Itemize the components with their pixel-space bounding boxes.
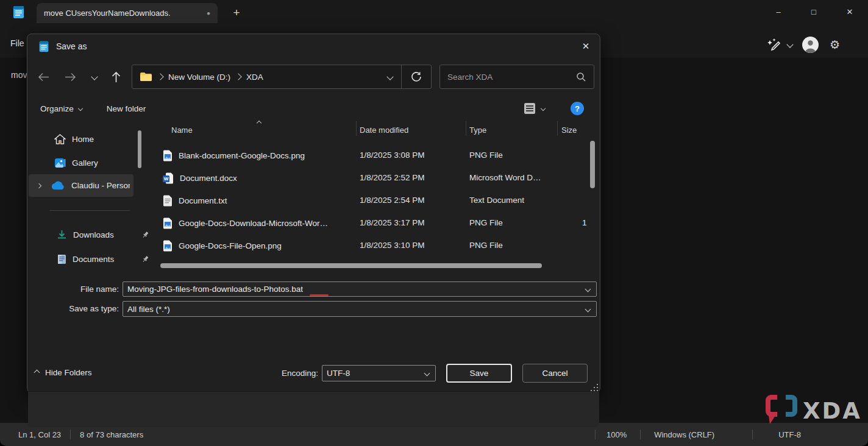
status-encoding: UTF-8 (778, 430, 801, 439)
column-separator[interactable] (356, 121, 357, 136)
file-name: Google-Docs-Download-Microsoft-Wor… (179, 219, 328, 228)
file-name: Document.txt (179, 196, 227, 205)
encoding-combobox[interactable]: UTF-8 (322, 365, 436, 381)
breadcrumb-item-drive[interactable]: New Volume (D:) (168, 73, 230, 82)
address-bar[interactable]: New Volume (D:) XDA (132, 65, 432, 89)
new-tab-button[interactable]: + (227, 4, 246, 22)
notepad-icon (38, 40, 49, 52)
status-divider (70, 430, 71, 439)
dialog-title: Save as (56, 41, 87, 51)
annotation-red-underline (310, 294, 329, 296)
account-avatar[interactable] (802, 37, 819, 53)
hide-folders-button[interactable]: Hide Folders (35, 368, 92, 377)
sidebar-scrollbar-thumb[interactable] (138, 130, 141, 168)
file-date: 1/8/2025 3:10 PM (360, 241, 425, 250)
tab-current-document[interactable]: move CUsersYourNameDownloads. ● (37, 3, 218, 23)
notepad-app-icon (12, 5, 25, 21)
refresh-icon (411, 71, 422, 82)
search-icon (576, 72, 586, 82)
maximize-button[interactable]: □ (800, 0, 828, 23)
column-separator[interactable] (557, 121, 558, 136)
sidebar-item-downloads[interactable]: Downloads (46, 225, 154, 244)
save-button[interactable]: Save (446, 364, 512, 383)
sidebar-label: Downloads (73, 230, 114, 239)
sidebar-item-gallery[interactable]: Gallery (32, 154, 154, 172)
rewrite-dropdown-chevron-icon[interactable] (786, 41, 793, 48)
column-header-type[interactable]: Type (469, 126, 486, 135)
file-date: 1/8/2025 3:17 PM (360, 218, 425, 227)
address-dropdown-chevron-icon[interactable] (386, 73, 393, 80)
file-type: Microsoft Word D… (469, 173, 541, 182)
menu-file[interactable]: File (10, 38, 24, 48)
column-separator[interactable] (466, 121, 466, 136)
cancel-button[interactable]: Cancel (522, 364, 588, 383)
organize-menu-button[interactable]: Organize (40, 104, 82, 113)
dialog-footer (28, 391, 599, 427)
breadcrumb-chevron-icon (157, 73, 163, 80)
png-file-icon (163, 218, 173, 229)
file-name-value: Moving-JPG-files-from-downloads-to-Photo… (127, 285, 303, 294)
home-icon (54, 134, 66, 144)
file-type: PNG File (469, 241, 503, 250)
chevron-down-icon (424, 370, 430, 377)
column-header-date[interactable]: Date modified (360, 126, 408, 135)
onedrive-cloud-icon (51, 181, 65, 190)
back-arrow-icon (37, 72, 50, 82)
text-file-icon (163, 195, 173, 207)
file-list-horizontal-scrollbar[interactable] (160, 263, 542, 268)
unsaved-indicator-dot: ● (207, 10, 210, 16)
file-size: 1 (582, 218, 587, 227)
search-box[interactable] (439, 65, 594, 89)
documents-icon (57, 254, 66, 264)
status-divider (752, 430, 753, 439)
up-arrow-icon (111, 71, 121, 83)
close-button[interactable]: ✕ (836, 0, 864, 23)
new-folder-button[interactable]: New folder (107, 104, 146, 113)
view-mode-button[interactable] (524, 102, 545, 115)
rewrite-pen-icon[interactable] (767, 37, 783, 52)
editor-visible-text: mov (11, 70, 27, 80)
column-header-size[interactable]: Size (561, 126, 577, 135)
nav-up-button[interactable] (105, 65, 126, 89)
nav-recent-locations-button[interactable] (84, 65, 105, 89)
file-type: Text Document (469, 196, 524, 205)
sidebar-item-onedrive[interactable]: Claudiu - Person (29, 174, 133, 197)
hide-folders-label: Hide Folders (45, 368, 92, 377)
sidebar-item-documents[interactable]: Documents (46, 250, 154, 269)
forward-arrow-icon (64, 72, 77, 82)
details-view-icon (524, 102, 536, 115)
status-zoom-level: 100% (607, 430, 627, 439)
minimize-button[interactable]: – (764, 0, 792, 23)
chevron-up-icon (34, 370, 40, 376)
column-header-name[interactable]: Name (171, 126, 193, 135)
expand-chevron-icon[interactable] (37, 183, 41, 188)
help-button[interactable]: ? (571, 102, 584, 115)
chevron-down-icon (585, 286, 591, 292)
command-bar: Organize New folder ? (27, 97, 600, 120)
file-name: Document.docx (180, 174, 237, 183)
settings-gear-icon[interactable]: ⚙ (830, 38, 840, 52)
file-name-combobox[interactable]: Moving-JPG-files-from-downloads-to-Photo… (123, 281, 597, 297)
sidebar-label: Claudiu - Person (71, 181, 130, 190)
file-date: 1/8/2025 2:52 PM (360, 173, 425, 182)
tab-title: move CUsersYourNameDownloads. (44, 9, 171, 18)
xda-logo-brackets-icon (764, 395, 799, 427)
refresh-button[interactable] (402, 71, 431, 82)
search-input[interactable] (440, 73, 576, 82)
dialog-resize-grip[interactable] (591, 384, 598, 391)
nav-forward-button[interactable] (60, 65, 80, 89)
save-as-type-combobox[interactable]: All files (*.*) (123, 301, 597, 317)
sidebar-label: Gallery (72, 158, 98, 168)
dialog-close-button[interactable]: ✕ (575, 37, 597, 56)
nav-back-button[interactable] (33, 65, 54, 89)
sort-ascending-chevron-icon (257, 121, 261, 126)
breadcrumb-item-folder[interactable]: XDA (246, 73, 263, 82)
folder-icon (140, 72, 152, 82)
status-line-ending: Windows (CRLF) (654, 430, 714, 439)
sidebar-label: Home (72, 135, 94, 144)
file-list-vertical-scrollbar[interactable] (590, 141, 595, 188)
sidebar-item-home[interactable]: Home (32, 130, 154, 149)
sidebar-divider (49, 210, 130, 211)
word-file-icon: W (163, 172, 174, 184)
dialog-title-bar: Save as (27, 34, 600, 58)
